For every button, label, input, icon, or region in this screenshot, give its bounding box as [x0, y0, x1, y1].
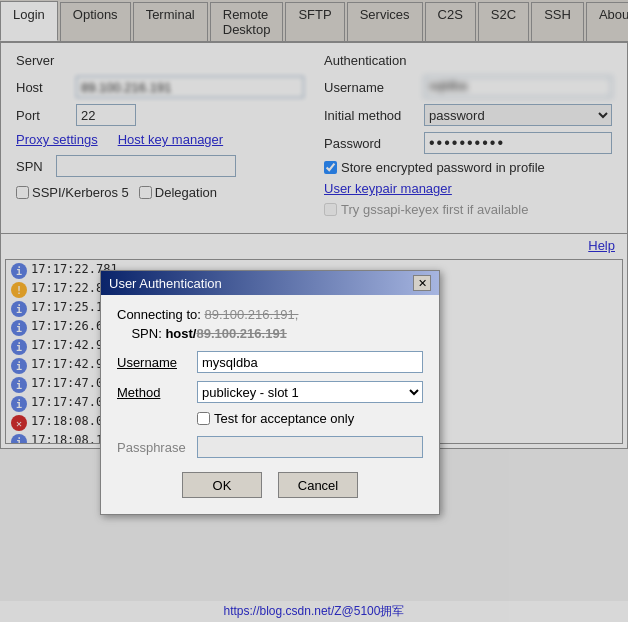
modal-username-row: Username: [117, 351, 423, 373]
modal-method-row: Method publickey - slot 1 password keybo…: [117, 381, 423, 403]
modal-connecting-info: Connecting to: 89.100.216.191,: [117, 307, 423, 322]
modal-passphrase-label: Passphrase: [117, 440, 197, 455]
modal-spn-value: host/89.100.216.191: [165, 326, 286, 341]
modal-test-acceptance-label: Test for acceptance only: [214, 411, 354, 426]
modal-method-label: Method: [117, 385, 197, 400]
modal-test-acceptance-checkbox[interactable]: [197, 412, 210, 425]
modal-passphrase-input[interactable]: [197, 436, 423, 458]
modal-body: Connecting to: 89.100.216.191, SPN: host…: [101, 295, 439, 514]
modal-ok-button[interactable]: OK: [182, 472, 262, 498]
modal-spn-info: SPN: host/89.100.216.191: [117, 326, 423, 341]
modal-buttons: OK Cancel: [117, 472, 423, 502]
modal-spn-label: SPN:: [131, 326, 161, 341]
modal-username-label: Username: [117, 355, 197, 370]
modal-overlay: User Authentication ✕ Connecting to: 89.…: [0, 0, 628, 622]
modal-passphrase-row: Passphrase: [117, 436, 423, 458]
modal-test-acceptance-row: Test for acceptance only: [197, 411, 423, 426]
modal-method-select[interactable]: publickey - slot 1 password keyboard-int…: [197, 381, 423, 403]
connecting-value: 89.100.216.191,: [204, 307, 298, 322]
modal-close-button[interactable]: ✕: [413, 275, 431, 291]
modal-username-input[interactable]: [197, 351, 423, 373]
user-auth-modal: User Authentication ✕ Connecting to: 89.…: [100, 270, 440, 515]
connecting-label: Connecting to:: [117, 307, 201, 322]
modal-titlebar: User Authentication ✕: [101, 271, 439, 295]
modal-title: User Authentication: [109, 276, 222, 291]
modal-cancel-button[interactable]: Cancel: [278, 472, 358, 498]
